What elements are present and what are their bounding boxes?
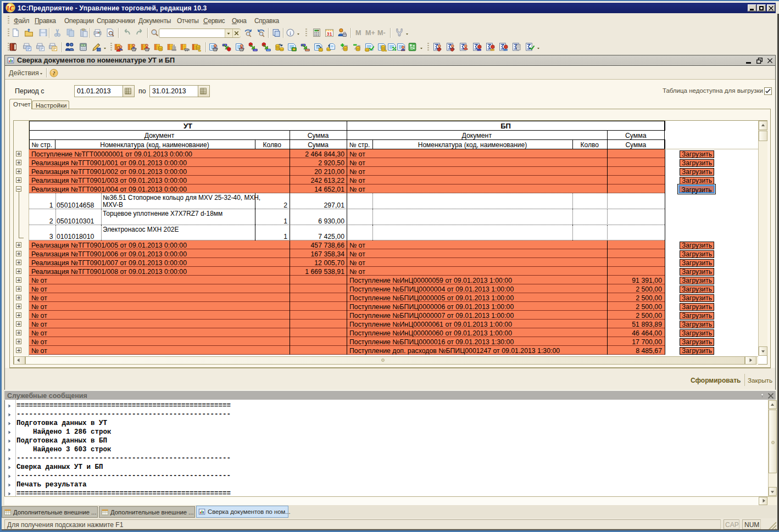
svg-text:1С: 1С [7,4,14,12]
svg-text:31: 31 [326,31,332,37]
svg-text:i: i [290,30,291,36]
svg-text:$: $ [82,44,84,47]
svg-text:?: ? [53,70,55,76]
